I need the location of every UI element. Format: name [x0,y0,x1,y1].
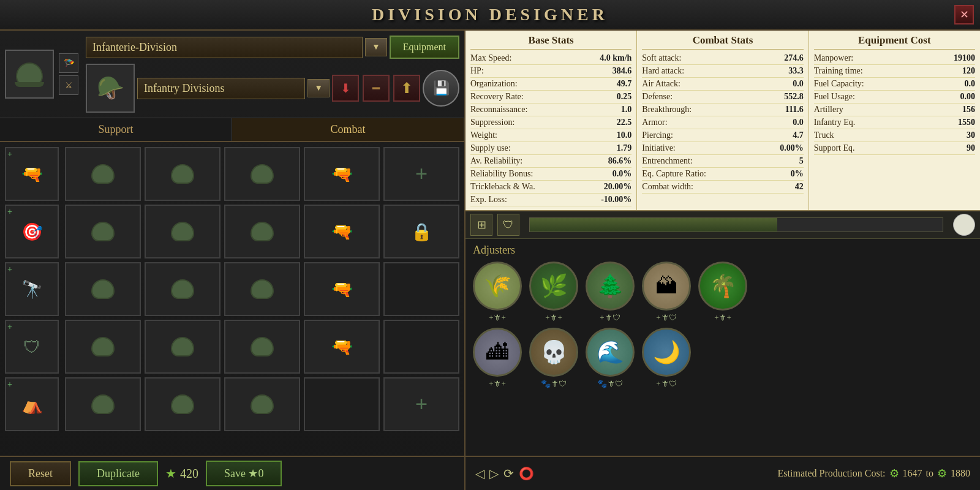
left-panel: 🪂 ⚔ ▼ Equipment 🪖 ▼ ⬇ [0,31,466,490]
grid-cell-2-1[interactable] [145,147,221,201]
side-slot-2[interactable]: + 🎯 [5,205,59,258]
parachute-badge[interactable]: 🪂 [59,53,78,73]
grid-col-4: 🔫 🔫 🔫 🔫 [304,147,380,451]
save-template-button[interactable]: 💾 [423,70,459,107]
nav-icon-4[interactable]: ⭕ [519,466,534,481]
reset-button[interactable]: Reset [10,461,71,486]
terrain-mountain[interactable]: 🏔 +🗡🛡 [642,262,691,323]
stat-support-eq: Support Eq.90 [814,142,975,155]
nav-icon-3[interactable]: ⟳ [503,466,514,481]
division-icon[interactable] [5,50,54,99]
side-slot-3[interactable]: + 🔭 [5,262,59,316]
stat-exp-loss: Exp. Loss:-10.00% [470,194,631,206]
grid-cell-1-1[interactable] [65,147,141,201]
grid-cell-2-5[interactable] [145,377,221,431]
prod-icon-1: ⚙ [889,467,899,480]
top-controls: 🪂 ⚔ ▼ Equipment 🪖 ▼ ⬇ [0,31,464,118]
grid-col-5: + 🔒 + [383,147,459,451]
grid-columns: 🔫 🔫 🔫 🔫 + 🔒 + [65,147,459,451]
nav-icon-2[interactable]: ▷ [489,466,499,481]
plus-icon-2: + [7,207,12,217]
grid-cell-5-1[interactable]: + [383,147,459,201]
stat-recovery: Recovery Rate:0.25 [470,91,631,104]
grid-cell-5-2[interactable]: 🔒 [383,205,459,258]
equipment-button[interactable]: Equipment [390,36,459,59]
equipment-cost-col: Equipment Cost Manpower:19100 Training t… [809,31,980,210]
infantry-badge[interactable]: ⚔ [59,75,78,95]
terrain-urban-icons: +🗡+ [489,379,506,389]
tank-icon-button[interactable]: 🛡 [497,214,519,236]
stat-hp: HP:384.6 [470,65,631,78]
save-button[interactable]: Save ★0 [206,461,282,486]
division-name-area: ▼ Equipment 🪖 ▼ ⬇ ━ ⬆ [86,36,459,113]
cannon-icon-4: 🔫 [331,337,353,357]
terrain-marsh[interactable]: 🌊 🐾🗡🛡 [586,328,635,389]
side-slot-1[interactable]: + 🔫 [5,147,59,201]
terrain-mountain-icons: +🗡🛡 [656,313,676,323]
grid-cell-1-2[interactable] [65,205,141,258]
rank-down-button[interactable]: ⬇ [332,75,359,102]
grid-cell-3-5[interactable] [224,377,300,431]
terrain-desert[interactable]: 💀 🐾🗡🛡 [529,328,578,389]
rank-up-button[interactable]: ⬆ [393,75,420,102]
grid-view-button[interactable]: ⊞ [470,214,492,236]
terrain-desert-circle: 💀 [529,328,578,377]
grid-cell-2-4[interactable] [145,320,221,374]
duplicate-button[interactable]: Duplicate [78,461,158,486]
support-combat-tabs: Support Combat [0,118,464,142]
star-icon: ★ [165,466,176,481]
grid-cell-3-4[interactable] [224,320,300,374]
terrain-marsh-circle: 🌊 [586,328,635,377]
grid-cell-4-5[interactable] [304,377,380,431]
tab-support[interactable]: Support [0,118,232,141]
side-slot-5[interactable]: + ⛺ [5,377,59,431]
tab-combat[interactable]: Combat [232,118,464,141]
grid-cell-5-4[interactable] [383,320,459,374]
production-cost-bar: ◁ ▷ ⟳ ⭕ Estimated Production Cost: ⚙ 164… [466,456,980,490]
title-bar: Division Designer ✕ [0,0,980,31]
grid-cell-3-2[interactable] [224,205,300,258]
minus-button[interactable]: ━ [363,75,390,102]
nav-icons: ◁ ▷ ⟳ ⭕ [475,466,534,481]
grid-cell-2-3[interactable] [145,262,221,316]
grid-cell-1-3[interactable] [65,262,141,316]
close-button[interactable]: ✕ [954,5,974,24]
grid-cell-4-2[interactable]: 🔫 [304,205,380,258]
nav-icon-1[interactable]: ◁ [475,466,484,481]
terrain-mountain-circle: 🏔 [642,262,691,311]
terrain-jungle[interactable]: 🌴 +🗡+ [698,262,747,323]
terrain-forest[interactable]: 🌿 +🗡+ [529,262,578,323]
grid-cell-1-5[interactable] [65,377,141,431]
side-slot-4[interactable]: + 🛡 [5,320,59,374]
terrain-hills-circle: 🌲 [586,262,635,311]
white-circle-button[interactable] [953,214,975,236]
bottom-right: ⊞ 🛡 Adjusters 🌾 +🗡+ [466,211,980,490]
terrain-plains[interactable]: 🌾 +🗡+ [473,262,522,323]
division-name-dropdown[interactable]: ▼ [365,38,387,56]
grid-cell-3-3[interactable] [224,262,300,316]
stat-capture: Eq. Capture Ratio:0% [642,168,803,181]
division-name-input[interactable] [86,37,363,58]
terrain-hills[interactable]: 🌲 +🗡🛡 [586,262,635,323]
stat-breakthrough: Breakthrough:111.6 [642,104,803,116]
grid-col-3 [224,147,300,451]
grid-cell-4-3[interactable]: 🔫 [304,262,380,316]
grid-cell-5-5[interactable]: + [383,377,459,431]
grid-cell-4-4[interactable]: 🔫 [304,320,380,374]
soldier-icon: 🪖 [86,64,135,113]
stat-reliability: Av. Reliability:86.6% [470,155,631,168]
terrain-urban[interactable]: 🏙 +🗡+ [473,328,522,389]
grid-cell-3-1[interactable] [224,147,300,201]
template-name-input[interactable] [137,78,305,99]
main-content: 🪂 ⚔ ▼ Equipment 🪖 ▼ ⬇ [0,31,980,490]
grid-cell-4-1[interactable]: 🔫 [304,147,380,201]
prod-to-label: to [926,468,933,479]
grid-cell-2-2[interactable] [145,205,221,258]
grid-cell-1-4[interactable] [65,320,141,374]
terrain-river[interactable]: 🌙 +🗡🛡 [642,328,691,389]
template-dropdown[interactable]: ▼ [307,79,330,97]
equipment-cost-header: Equipment Cost [814,34,975,50]
grid-cell-5-3[interactable] [383,262,459,316]
plus-icon-5: + [7,380,12,390]
progress-bar-fill [530,218,777,232]
